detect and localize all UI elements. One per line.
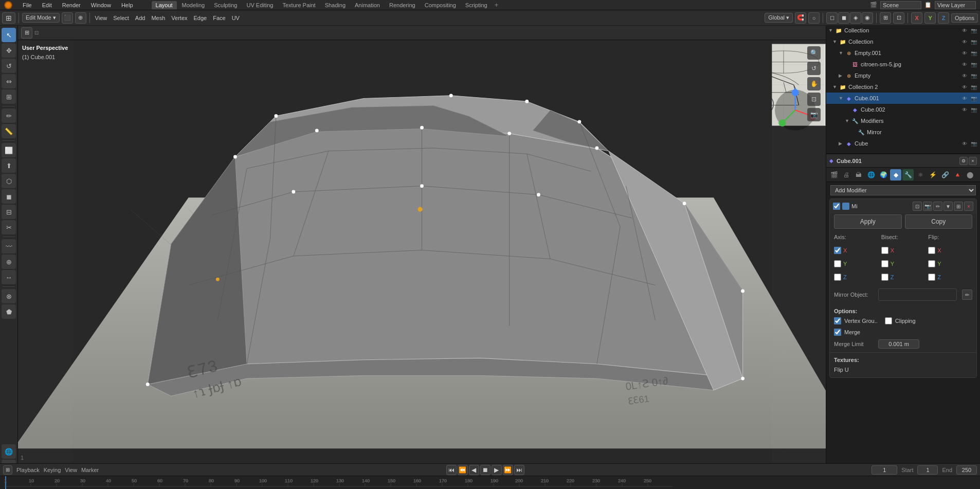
camera-gizmo[interactable]: 📷 [807, 108, 821, 121]
timeline-editor-type[interactable]: ⊞ [3, 465, 12, 475]
object-props-tab[interactable]: ◆ [890, 169, 901, 180]
flip-z-checkbox[interactable] [928, 274, 935, 281]
extrude-tool[interactable]: ⬆ [2, 158, 16, 173]
mirror-object-eyedrop-button[interactable]: ✏ [962, 289, 972, 300]
viewport-overlays-button[interactable]: ⊞ [880, 12, 891, 24]
data-props-tab[interactable]: 🔺 [952, 169, 963, 180]
rotate-gizmo[interactable]: ↺ [807, 62, 821, 75]
outliner-scene-collection[interactable]: ▼ 📁 Collection 👁 📷 [826, 25, 980, 36]
poly-build-tool[interactable]: ⬟ [2, 304, 16, 319]
rip-tool[interactable]: ⊗ [2, 289, 16, 303]
empty-001-render-button[interactable]: 📷 [970, 49, 978, 57]
stop-button[interactable]: ⏹ [480, 465, 491, 475]
modifier-show-realtime-button[interactable]: ⊡ [913, 202, 922, 211]
y-axis-button[interactable]: Y [924, 12, 936, 24]
tab-compositing[interactable]: Compositing [421, 1, 460, 9]
zoom-gizmo[interactable]: 🔍 [807, 46, 821, 60]
scene-render-button[interactable]: 📷 [970, 26, 978, 34]
outliner-citroen-image[interactable]: ▶ 🖼 citroen-sm-5.jpg 👁 📷 [826, 59, 980, 70]
flip-x-checkbox[interactable] [928, 247, 935, 254]
move-tool[interactable]: ✥ [2, 43, 16, 58]
outliner-mirror[interactable]: ▶ 🔧 Mirror [826, 126, 980, 138]
vertex-groups-checkbox[interactable] [834, 317, 841, 324]
add-menu[interactable]: Add [133, 14, 148, 22]
empty-001-visibility-button[interactable]: 👁 [960, 49, 969, 57]
solid-shading-button[interactable]: ◼ [838, 12, 849, 24]
tab-texture-paint[interactable]: Texture Paint [278, 1, 319, 9]
properties-filter-button[interactable]: ⚙ [959, 157, 968, 165]
mirror-object-field[interactable] [878, 288, 957, 301]
axis-z-checkbox[interactable] [834, 274, 841, 281]
cube-render-button[interactable]: 📷 [970, 139, 978, 148]
show-overlay-button[interactable]: ⬛ [62, 12, 73, 24]
scene-name-input[interactable] [880, 1, 921, 9]
outliner-collection-2[interactable]: ▼ 📁 Collection 2 👁 📷 [826, 81, 980, 93]
bisect-x-checkbox[interactable] [881, 247, 888, 254]
end-frame-input[interactable] [956, 465, 977, 475]
push-pull-tool[interactable]: ↔ [2, 270, 16, 284]
collection-render-button[interactable]: 📷 [970, 38, 978, 46]
smooth-tool[interactable]: 〰 [2, 239, 16, 253]
axis-x-checkbox[interactable] [834, 247, 841, 254]
clipping-checkbox[interactable] [885, 317, 892, 324]
outliner-cube-002[interactable]: ▶ ◆ Cube.002 👁 📷 [826, 104, 980, 115]
jump-start-button[interactable]: ⏮ [446, 465, 457, 475]
modifier-delete-button[interactable]: × [964, 202, 973, 211]
menu-help[interactable]: Help [119, 1, 135, 9]
play-reverse-button[interactable]: ◀ [469, 465, 479, 475]
modifier-show-edit-button[interactable]: ✏ [933, 202, 942, 211]
keying-button[interactable]: Keying [44, 467, 61, 473]
cube-002-render-button[interactable]: 📷 [970, 105, 978, 114]
outliner-empty[interactable]: ▶ ⊕ Empty 👁 📷 [826, 70, 980, 81]
menu-edit[interactable]: Edit [40, 1, 54, 9]
edit-mode-dropdown[interactable]: Edit Mode ▾ [22, 13, 60, 23]
tab-modeling[interactable]: Modeling [178, 1, 209, 9]
cube-002-visibility-button[interactable]: 👁 [960, 105, 969, 114]
add-cube-tool[interactable]: ⬜ [2, 143, 16, 157]
rotate-tool[interactable]: ↺ [2, 59, 16, 73]
viewport[interactable]: ⊞ ⊡ User Perspective (1) Cube.001 [18, 26, 826, 463]
pan-gizmo[interactable]: ✋ [807, 77, 821, 90]
cube-001-visibility-button[interactable]: 👁 [960, 94, 969, 102]
bevel-tool[interactable]: ◼ [2, 189, 16, 204]
loop-cut-tool[interactable]: ⊟ [2, 205, 16, 219]
empty-render-button[interactable]: 📷 [970, 71, 978, 80]
tab-scripting[interactable]: Scripting [461, 1, 492, 9]
editor-type-button[interactable]: ⊞ [2, 12, 15, 24]
timeline-ruler[interactable]: 1 10 20 30 40 50 60 70 80 90 100 110 120… [0, 476, 980, 489]
vertex-menu[interactable]: Vertex [169, 14, 189, 22]
bisect-z-checkbox[interactable] [881, 274, 888, 281]
timeline-view-button[interactable]: View [65, 467, 77, 473]
menu-window[interactable]: Window [89, 1, 113, 9]
face-menu[interactable]: Face [211, 14, 227, 22]
view-layer-input[interactable] [935, 1, 976, 9]
tab-layout[interactable]: Layout [152, 1, 177, 9]
view-menu[interactable]: View [93, 14, 110, 22]
play-button[interactable]: ▶ [492, 465, 502, 475]
outliner-cube-001[interactable]: ▼ ◆ Cube.001 👁 📷 [826, 93, 980, 104]
collection2-render-button[interactable]: 📷 [970, 83, 978, 91]
modifier-show-render-button[interactable]: 📷 [923, 202, 932, 211]
tab-animation[interactable]: Animation [351, 1, 384, 9]
collection2-visibility-button[interactable]: 👁 [960, 83, 969, 91]
menu-render[interactable]: Render [60, 1, 83, 9]
material-shading-button[interactable]: ◈ [850, 12, 861, 24]
knife-tool[interactable]: ✂ [2, 220, 16, 234]
copy-button[interactable]: Copy [905, 214, 973, 229]
scene-tool[interactable]: 🌐 [2, 444, 16, 459]
tab-sculpting[interactable]: Sculpting [210, 1, 241, 9]
snap-button[interactable]: 🧲 [795, 12, 806, 24]
ortho-gizmo[interactable]: ⊡ [807, 93, 821, 106]
scene-props-tab[interactable]: 🌐 [865, 169, 877, 180]
empty-visibility-button[interactable]: 👁 [960, 71, 969, 80]
material-props-tab[interactable]: ⬤ [964, 169, 975, 180]
cursor-tool[interactable]: ↖ [2, 28, 16, 42]
shrink-fatten-tool[interactable]: ⊕ [2, 255, 16, 269]
citroen-render-button[interactable]: 📷 [970, 60, 978, 68]
bisect-y-checkbox[interactable] [881, 260, 888, 267]
current-frame-input[interactable] [872, 465, 897, 475]
rendered-shading-button[interactable]: ◉ [862, 12, 873, 24]
playback-button[interactable]: Playback [16, 467, 40, 473]
outliner-cube[interactable]: ▶ ◆ Cube 👁 📷 [826, 138, 980, 149]
annotate-tool[interactable]: ✏ [2, 108, 16, 123]
